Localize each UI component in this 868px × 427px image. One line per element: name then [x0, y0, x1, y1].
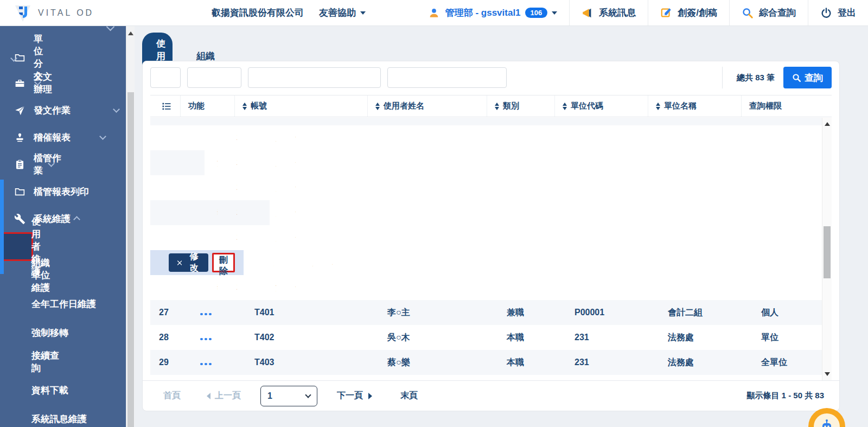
user-menu[interactable]: 管理部 - gssvital1 106	[416, 0, 570, 26]
sort-icon[interactable]	[495, 103, 499, 110]
sidebar-item[interactable]: 公文辦理	[0, 69, 54, 97]
unit-code-cell: 230	[237, 183, 257, 193]
column-header[interactable]: 單位代碼	[555, 95, 648, 117]
create-document-button[interactable]: 創簽/創稿	[648, 0, 729, 26]
search-icon	[792, 73, 801, 82]
more-actions-icon[interactable]	[200, 363, 212, 366]
system-messages-button[interactable]: 系統訊息	[570, 0, 648, 26]
row-function-cell	[159, 158, 178, 168]
top-navbar: VITAL OD 叡揚資訊股份有限公司 友善協助 管理部 - gssvital1…	[0, 0, 868, 26]
table-row[interactable]: 23 T302 修改	[150, 200, 270, 225]
user-name-cell: 曾○明	[235, 257, 254, 269]
first-page-button[interactable]: 首頁	[163, 390, 181, 401]
sort-icon[interactable]	[375, 103, 380, 110]
unit-code-cell: 123	[274, 258, 293, 267]
sidebar-item[interactable]: 單位分文	[0, 46, 30, 69]
toolbar: 總共 83 筆 查詢	[150, 67, 832, 88]
column-header[interactable]: 功能	[181, 95, 235, 117]
sidebar-submenu-label: 接續查詢	[31, 349, 68, 374]
logout-button[interactable]: 登出	[808, 0, 868, 26]
folder-print-icon	[14, 186, 25, 197]
table-row[interactable]: 28 T402 修改	[150, 325, 822, 350]
row-number: 26	[150, 283, 159, 292]
logout-label: 登出	[838, 7, 856, 19]
partial-row	[150, 118, 822, 125]
scroll-up-icon[interactable]	[128, 31, 133, 35]
unit-name-cell: 法務處	[648, 332, 742, 343]
sidebar-submenu-item[interactable]: 接續查詢	[0, 347, 68, 376]
sidebar-submenu-item[interactable]: 強制移轉	[0, 318, 119, 347]
scrollbar-thumb[interactable]	[127, 92, 134, 427]
column-header[interactable]: 使用者姓名	[368, 95, 487, 117]
more-actions-icon[interactable]	[200, 313, 212, 316]
sort-icon[interactable]	[656, 103, 660, 110]
delete-button[interactable]: 刪除	[212, 253, 235, 272]
sort-icon[interactable]	[242, 103, 247, 110]
column-header-label: 功能	[188, 101, 205, 111]
type-cell: 兼職	[254, 257, 274, 269]
unit-code-cell: 231	[555, 333, 648, 342]
page-select-value: 1	[267, 391, 306, 401]
table-row[interactable]: 21 T203 修改	[150, 150, 205, 175]
query-button[interactable]: 查詢	[783, 67, 832, 88]
table-row[interactable]: 24 T303 修改	[150, 225, 218, 250]
sidebar-scrollbar[interactable]	[126, 26, 135, 427]
more-actions-icon[interactable]	[200, 338, 212, 341]
permission-cell: 全單位	[276, 207, 296, 219]
scroll-down-icon[interactable]	[825, 372, 830, 376]
sidebar-submenu-item[interactable]: 資料下載	[0, 376, 93, 405]
power-icon	[820, 7, 832, 19]
table-row[interactable]: 25 修改	[150, 250, 244, 275]
modify-button-label: 修改	[188, 251, 200, 274]
toolbar-button[interactable]	[248, 67, 381, 88]
sort-icon[interactable]	[563, 103, 567, 110]
column-header-label: 使用者姓名	[384, 101, 424, 111]
next-page-button[interactable]: 下一頁	[337, 390, 363, 401]
user-name-cell: 李○主	[368, 307, 487, 318]
sidebar-submenu-label: 系統訊息維護	[31, 413, 87, 425]
page-select[interactable]: 1	[260, 386, 317, 406]
sidebar-item[interactable]: 檔管報表列印	[0, 178, 93, 205]
row-number: 21	[150, 158, 159, 168]
prev-arrow-icon	[207, 393, 210, 399]
sidebar-submenu-item[interactable]: 使用者維護	[0, 232, 33, 261]
sidebar-submenu-item[interactable]: 組織單位維護	[0, 261, 54, 290]
modify-button[interactable]: 修改	[169, 253, 208, 272]
column-header[interactable]: 查詢權限	[742, 95, 832, 117]
column-header[interactable]	[150, 95, 181, 117]
scroll-up-icon[interactable]	[825, 122, 830, 126]
column-header[interactable]: 帳號	[235, 95, 368, 117]
sidebar-item[interactable]: 系統維護	[0, 205, 93, 232]
sidebar-item[interactable]: 發文作業	[0, 97, 126, 124]
toolbar-button[interactable]	[187, 67, 241, 88]
prev-page-button[interactable]: 上一頁	[215, 390, 241, 401]
account-cell: T403	[235, 358, 368, 367]
sidebar-item[interactable]: 檔管作業	[0, 151, 68, 178]
type-cell: 本職	[218, 282, 237, 294]
divider	[722, 67, 723, 88]
column-header[interactable]: 類別	[487, 95, 555, 117]
table-row[interactable]: 30 T501 修改	[150, 375, 822, 380]
table-row[interactable]: 22 T301 修改	[150, 175, 283, 200]
toolbar-button[interactable]	[150, 67, 181, 88]
user-name-cell: 陳○科	[198, 132, 218, 144]
sidebar-item[interactable]: 稽催報表	[0, 124, 119, 151]
global-search-button[interactable]: 綜合查詢	[730, 0, 808, 26]
permission-cell: 全單位	[276, 182, 296, 194]
column-header[interactable]: 單位名稱	[648, 95, 742, 117]
sidebar-submenu-item[interactable]: 系統訊息維護	[0, 405, 93, 427]
table-row[interactable]: 27 T401 修改	[150, 300, 822, 325]
type-cell: 本職	[487, 357, 555, 368]
scrollbar-thumb[interactable]	[824, 226, 831, 278]
table-row[interactable]: 26 T401 修改	[150, 275, 244, 300]
table-scrollbar[interactable]	[822, 118, 832, 380]
sidebar-submenu-item[interactable]: 全年工作日維護	[0, 290, 126, 318]
type-cell: 本職	[218, 157, 237, 169]
close-icon[interactable]	[177, 259, 182, 266]
table-row[interactable]: 29 T403 修改	[150, 350, 822, 375]
user-name-cell: 李○呈	[198, 207, 218, 219]
table-row[interactable]: 20 T202 修改	[150, 125, 181, 150]
help-menu[interactable]: 友善協助	[319, 0, 366, 26]
last-page-button[interactable]: 末頁	[400, 390, 418, 401]
toolbar-button[interactable]	[387, 67, 507, 88]
